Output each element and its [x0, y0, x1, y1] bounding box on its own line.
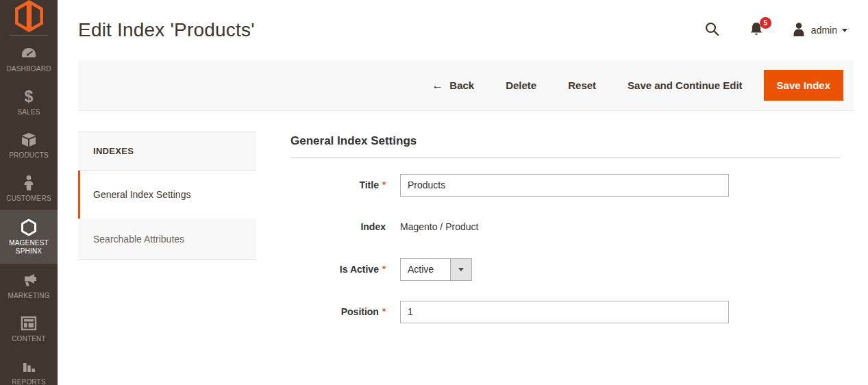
- header-actions: 5 admin: [705, 22, 847, 39]
- sidebar-item-content[interactable]: CONTENT: [0, 307, 58, 350]
- magento-admin-app: DASHBOARD $ SALES PRODUCTS: [0, 0, 868, 385]
- nav-panel-header: INDEXES: [78, 132, 256, 171]
- is-active-select[interactable]: Active: [400, 258, 472, 281]
- sidebar-item-label: MAGENEST SPHINX: [1, 239, 56, 256]
- reset-button[interactable]: Reset: [568, 79, 596, 91]
- required-marker: *: [382, 306, 386, 316]
- position-field-label: Position*: [290, 300, 400, 323]
- sidebar-divider: [10, 35, 48, 36]
- page-title: Edit Index 'Products': [78, 19, 255, 41]
- sidebar-item-label: CONTENT: [12, 335, 46, 343]
- field-row-position: Position*: [290, 300, 840, 323]
- hexagon-icon: [20, 219, 38, 236]
- delete-button[interactable]: Delete: [506, 79, 536, 91]
- notification-count-badge: 5: [760, 17, 771, 29]
- content-icon: [21, 314, 37, 332]
- back-button[interactable]: ← Back: [432, 79, 474, 92]
- is-active-selected-value: Active: [401, 259, 450, 280]
- products-icon: [21, 131, 37, 149]
- account-menu-button[interactable]: admin: [792, 22, 847, 39]
- sidebar-item-products[interactable]: PRODUCTS: [0, 123, 58, 166]
- sales-icon: $: [25, 88, 34, 105]
- sidebar-item-customers[interactable]: CUSTOMERS: [0, 166, 58, 210]
- search-button[interactable]: [705, 22, 719, 38]
- sidebar-item-label: DASHBOARD: [6, 65, 51, 73]
- sidebar-item-label: MARKETING: [8, 292, 49, 300]
- marketing-icon: [21, 271, 37, 289]
- sidebar-item-label: REPORTS: [12, 378, 46, 385]
- sidebar-item-label: CUSTOMERS: [6, 195, 51, 203]
- sidebar-item-label: SALES: [17, 108, 40, 116]
- sidebar: DASHBOARD $ SALES PRODUCTS: [0, 0, 58, 385]
- sidebar-item-dashboard[interactable]: DASHBOARD: [0, 37, 58, 80]
- field-row-index: Index Magento / Product: [290, 216, 840, 238]
- title-field-label: Title*: [290, 173, 400, 197]
- user-avatar-icon: [792, 22, 806, 39]
- settings-nav-panel: INDEXES General Index Settings Searchabl…: [78, 132, 256, 260]
- chevron-down-icon: [842, 29, 847, 32]
- magento-logo[interactable]: [0, 0, 58, 35]
- save-and-continue-button[interactable]: Save and Continue Edit: [628, 79, 743, 91]
- notifications-button[interactable]: 5: [749, 22, 763, 38]
- sidebar-item-sales[interactable]: $ SALES: [0, 80, 58, 123]
- form-area: General Index Settings Title* Index Mage…: [290, 132, 854, 343]
- page-content: INDEXES General Index Settings Searchabl…: [78, 132, 854, 343]
- account-username: admin: [811, 25, 837, 36]
- field-row-is-active: Is Active* Active: [290, 258, 840, 281]
- required-marker: *: [382, 179, 386, 190]
- back-button-label: Back: [449, 79, 474, 91]
- select-dropdown-button[interactable]: [450, 259, 471, 280]
- is-active-field-label: Is Active*: [290, 258, 400, 281]
- title-input[interactable]: [400, 174, 729, 197]
- toolbar-strip: ← Back Delete Reset Save and Continue Ed…: [58, 60, 868, 111]
- nav-item-searchable-attributes[interactable]: Searchable Attributes: [78, 219, 256, 260]
- reports-icon: [21, 358, 37, 375]
- position-input[interactable]: [400, 301, 729, 323]
- magento-logo-icon: [15, 0, 43, 35]
- sidebar-item-label: PRODUCTS: [9, 151, 49, 160]
- sidebar-menu: DASHBOARD $ SALES PRODUCTS: [0, 37, 58, 385]
- back-arrow-icon: ←: [432, 79, 443, 92]
- main-column: Edit Index 'Products': [58, 0, 868, 385]
- page-actions-toolbar: ← Back Delete Reset Save and Continue Ed…: [78, 60, 854, 111]
- required-marker: *: [382, 264, 386, 274]
- sidebar-item-marketing[interactable]: MARKETING: [0, 264, 58, 307]
- search-icon: [705, 22, 719, 38]
- field-row-title: Title*: [290, 173, 840, 197]
- index-field-label: Index: [290, 216, 400, 238]
- save-index-button[interactable]: Save Index: [764, 70, 843, 101]
- page-header: Edit Index 'Products': [58, 0, 868, 60]
- sidebar-item-magenest-sphinx[interactable]: MAGENEST SPHINX: [0, 210, 58, 264]
- section-heading: General Index Settings: [290, 132, 840, 148]
- sidebar-item-reports[interactable]: REPORTS: [0, 350, 58, 385]
- nav-item-general-index-settings[interactable]: General Index Settings: [78, 171, 256, 219]
- customers-icon: [23, 174, 35, 192]
- dashboard-icon: [21, 45, 37, 62]
- section-divider: [290, 158, 840, 158]
- chevron-down-icon: [458, 268, 464, 271]
- index-value: Magento / Product: [400, 216, 478, 238]
